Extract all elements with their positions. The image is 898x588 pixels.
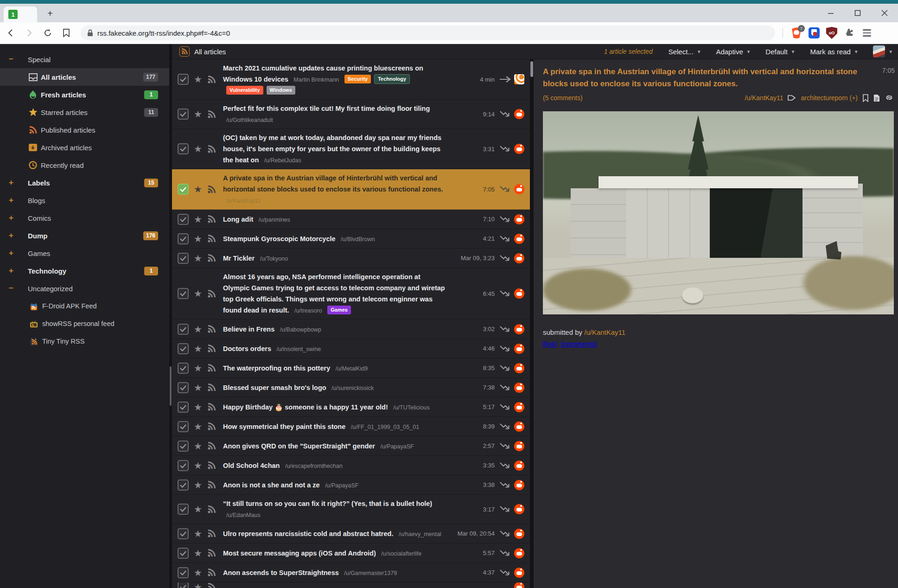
article-checkbox[interactable] [178, 567, 189, 578]
star-icon[interactable]: ★ [192, 528, 204, 539]
star-icon[interactable]: ★ [192, 233, 204, 244]
reload-button[interactable] [40, 25, 56, 41]
extensions-puzzle-icon[interactable] [843, 26, 856, 39]
expander-icon[interactable]: + [6, 249, 16, 258]
feed-label[interactable]: showRSS personal feed [42, 320, 115, 327]
article-title[interactable]: Long adit [223, 216, 253, 223]
star-icon[interactable]: ★ [192, 504, 204, 515]
article-title[interactable]: The waterproofing on this pottery [223, 364, 330, 372]
star-icon[interactable]: ★ [192, 343, 204, 354]
star-icon[interactable]: ★ [192, 382, 204, 393]
article-title[interactable]: How symmetrical they paint this stone [223, 423, 345, 430]
star-icon[interactable]: ★ [192, 460, 204, 471]
star-icon[interactable]: ★ [192, 421, 204, 432]
star-icon[interactable]: ★ [192, 214, 204, 225]
label-chip[interactable]: Games [327, 306, 351, 315]
star-icon[interactable]: ★ [192, 567, 204, 578]
bookmark-button[interactable] [58, 25, 74, 41]
article-title[interactable]: Most secure messaging apps (iOS and Andr… [223, 550, 376, 557]
article-checkbox[interactable] [178, 143, 189, 154]
article-checkbox[interactable] [178, 288, 189, 299]
sidebar-item-archived-articles[interactable]: Archived articles [0, 139, 169, 156]
publish-rss-icon[interactable] [206, 185, 217, 193]
back-button[interactable] [3, 25, 19, 41]
article-checkbox[interactable] [178, 382, 189, 393]
publish-rss-icon[interactable] [206, 290, 217, 298]
article-title[interactable]: Ulro represents narcissistic cold and ab… [223, 530, 393, 537]
feed-label[interactable]: Games [28, 249, 50, 257]
article-checkbox[interactable] [178, 109, 189, 120]
label-chip[interactable]: Security [344, 75, 371, 84]
feed-label[interactable]: Recently read [41, 161, 84, 169]
sidebar-item-technology[interactable]: + Technology 1 [0, 262, 169, 280]
article-row[interactable]: ★ Almost 16 years ago, NSA performed int… [172, 268, 530, 320]
publish-rss-icon[interactable] [206, 383, 217, 391]
link-icon[interactable] [885, 94, 894, 102]
dropdown-default[interactable]: Default▾ [765, 48, 794, 56]
star-icon[interactable]: ★ [192, 184, 204, 195]
article-tag-link[interactable]: architectureporn (+) [801, 94, 858, 102]
browser-tab[interactable]: 1 [4, 6, 37, 22]
feed-label[interactable]: Labels [28, 179, 50, 187]
sidebar-item-recently-read[interactable]: Recently read [0, 156, 169, 174]
publish-rss-icon[interactable] [206, 442, 217, 450]
article-checkbox[interactable] [178, 528, 189, 539]
sidebar-item-special[interactable]: − Special [0, 51, 169, 68]
brave-extension-icon[interactable]: 7 [790, 26, 803, 39]
feed-label[interactable]: Comics [28, 214, 51, 222]
maximize-button[interactable] [844, 4, 871, 22]
publish-rss-icon[interactable] [206, 110, 217, 118]
article-row[interactable]: ★ Long adit /u/panmines 7:10 [172, 210, 530, 229]
feed-label[interactable]: Blogs [28, 197, 45, 205]
article-row[interactable]: ★ [172, 582, 530, 588]
star-icon[interactable]: ★ [192, 288, 204, 299]
submitted-user-link[interactable]: /u/KantKay11 [584, 328, 625, 336]
star-icon[interactable]: ★ [192, 479, 204, 491]
publish-rss-icon[interactable] [206, 345, 217, 352]
article-title[interactable]: A private spa in the Austrian village of… [223, 174, 443, 193]
bitwarden-extension-icon[interactable] [808, 26, 821, 39]
article-checkbox[interactable] [178, 441, 189, 452]
article-row[interactable]: ★ A private spa in the Austrian village … [172, 169, 530, 210]
article-checkbox[interactable] [178, 479, 189, 491]
star-icon[interactable]: ★ [192, 324, 204, 335]
expander-icon[interactable]: + [6, 178, 16, 187]
sidebar-item-starred-articles[interactable]: Starred articles 11 [0, 103, 169, 121]
article-checkbox[interactable] [178, 253, 189, 264]
article-row[interactable]: ★ “It still turns on so you can fix it r… [172, 495, 530, 524]
feed-label[interactable]: F-Droid APK Feed [42, 302, 97, 310]
article-title[interactable]: Old School 4chan [223, 462, 280, 469]
article-pane-title[interactable]: A private spa in the Austrian village of… [543, 66, 873, 90]
article-row[interactable]: ★ Most secure messaging apps (iOS and An… [172, 543, 530, 563]
article-checkbox[interactable] [178, 363, 189, 374]
sidebar-feed-showrss-personal-feed[interactable]: showRSS personal feed [0, 315, 169, 332]
sidebar-feed-tiny-tiny-rss[interactable]: Tiny Tiny RSS [0, 332, 169, 350]
article-row[interactable]: ★ March 2021 cumulative updates cause pr… [172, 59, 530, 100]
label-chip[interactable]: Technology [374, 74, 410, 84]
star-icon[interactable]: ★ [192, 143, 204, 154]
feed-label[interactable]: Technology [28, 267, 66, 275]
feed-label[interactable]: Dump [28, 232, 48, 240]
article-checkbox[interactable] [178, 233, 189, 244]
star-icon[interactable]: ★ [192, 74, 204, 85]
expander-icon[interactable]: + [6, 231, 16, 240]
article-checkbox[interactable] [178, 184, 189, 195]
address-bar[interactable]: rss.fakecake.org/tt-rss/index.php#f=-4&c… [81, 26, 775, 40]
article-checkbox[interactable] [178, 421, 189, 432]
article-author-link[interactable]: /u/KantKay11 [745, 94, 783, 102]
expander-icon[interactable]: − [6, 55, 16, 64]
article-title[interactable]: Steampunk Gyroscopic Motorcycle [223, 235, 336, 243]
article-title[interactable]: Anon gives QRD on the "SuperStraight" ge… [223, 442, 375, 450]
sidebar-feed-f-droid-apk-feed[interactable]: F-Droid APK Feed [0, 297, 169, 315]
star-icon[interactable]: ★ [192, 109, 204, 120]
article-checkbox[interactable] [178, 74, 189, 85]
publish-rss-icon[interactable] [206, 422, 217, 430]
article-title[interactable]: Happy Birthday 🎂 someone is a happy 11 y… [223, 403, 388, 411]
article-row[interactable]: ★ (OC) taken by me at work today, abando… [172, 129, 530, 169]
article-row[interactable]: ★ Doctors orders /u/insolent_swine 4:46 [172, 339, 530, 358]
sidebar-item-dump[interactable]: + Dump 176 [0, 227, 169, 244]
publish-rss-icon[interactable] [206, 569, 217, 576]
article-title[interactable]: Blessed super smash bro's logo [223, 384, 326, 391]
article-row[interactable]: ★ Blessed super smash bro's logo /u/sure… [172, 378, 530, 397]
article-row[interactable]: ★ Steampunk Gyroscopic Motorcycle /u/Blv… [172, 229, 530, 249]
